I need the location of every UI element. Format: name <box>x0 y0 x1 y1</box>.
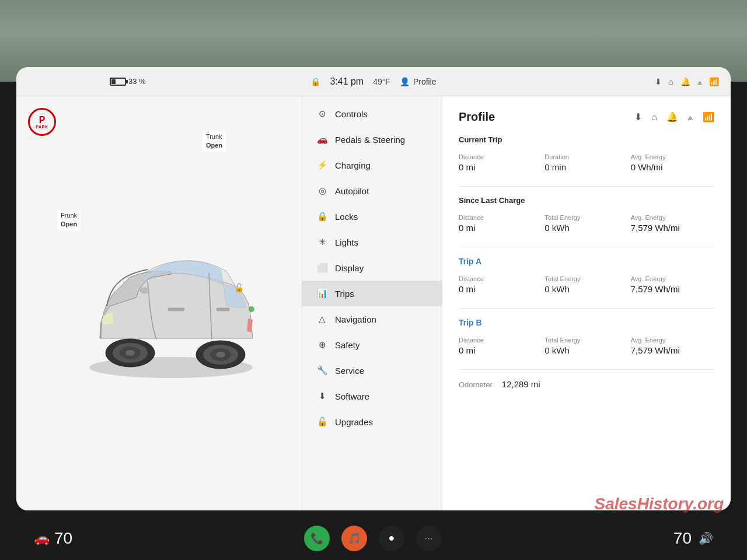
taskbar-car-icon[interactable]: 🚗 <box>34 531 50 546</box>
controls-label: Controls <box>335 109 368 119</box>
trip-a-stats: Distance 0 mi Total Energy 0 kWh Avg. En… <box>459 273 714 296</box>
menu-item-service[interactable]: 🔧 Service <box>302 358 442 383</box>
menu-item-upgrades[interactable]: 🔓 Upgrades <box>302 409 442 435</box>
trip-b-total-energy-value: 0 kWh <box>544 345 628 355</box>
odometer-label: Odometer <box>459 380 493 389</box>
menu-item-navigation[interactable]: △ Navigation <box>302 306 442 332</box>
service-label: Service <box>335 366 364 376</box>
download-icon: ⬇ <box>655 77 662 86</box>
trip-a-avg-energy: Avg. Energy 7,579 Wh/mi <box>631 273 714 296</box>
menu-item-trips[interactable]: 📊 Trips <box>302 281 442 306</box>
phone-button[interactable]: 📞 <box>304 526 330 551</box>
signal-icon-panel[interactable]: 📶 <box>703 111 714 123</box>
menu-item-display[interactable]: ⬜ Display <box>302 255 442 281</box>
home-icon-panel[interactable]: ⌂ <box>651 112 657 123</box>
phone-icon: 📞 <box>310 532 323 545</box>
temp-left-value: 70 <box>54 529 72 547</box>
svg-rect-2 <box>217 308 229 311</box>
menu-item-lights[interactable]: ✳ Lights <box>302 229 442 255</box>
screen-content: 33 % 🔒 3:41 pm 49°F 👤 Profile ⬇ ⌂ 🔔 ⟁ 📶 <box>16 67 731 510</box>
locks-icon: 🔒 <box>316 211 328 222</box>
safety-label: Safety <box>335 340 360 350</box>
music-button[interactable]: 🎵 <box>341 526 367 551</box>
bluetooth-icon-panel[interactable]: ⟁ <box>687 112 693 123</box>
slc-avg-energy-value: 7,579 Wh/mi <box>631 223 714 233</box>
trip-b-distance: Distance 0 mi <box>459 334 542 358</box>
status-center: 🔒 3:41 pm 49°F 👤 Profile <box>310 76 436 87</box>
battery-info: 33 % <box>110 77 146 86</box>
current-distance-value: 0 mi <box>459 162 542 172</box>
current-duration-label: Duration <box>544 153 628 160</box>
profile-button[interactable]: 👤 Profile <box>400 77 437 86</box>
software-icon: ⬇ <box>316 391 328 401</box>
camera-icon: ● <box>389 532 395 544</box>
menu-item-locks[interactable]: 🔒 Locks <box>302 204 442 229</box>
menu-item-pedals[interactable]: 🚗 Pedals & Steering <box>302 127 442 152</box>
taskbar-left: 🚗 70 <box>34 529 72 548</box>
trip-a-avg-energy-label: Avg. Energy <box>631 275 714 282</box>
locks-label: Locks <box>335 212 358 222</box>
park-badge: P PARK <box>28 108 56 136</box>
trip-a-distance-value: 0 mi <box>459 284 542 294</box>
menu-item-safety[interactable]: ⊕ Safety <box>302 332 442 358</box>
slc-total-energy-label: Total Energy <box>544 214 628 221</box>
menu-item-charging[interactable]: ⚡ Charging <box>302 152 442 178</box>
taskbar-center: 📞 🎵 ● ··· <box>304 526 442 551</box>
panel-header: Profile ⬇ ⌂ 🔔 ⟁ 📶 <box>459 110 714 124</box>
temperature-display: 49°F <box>373 77 390 86</box>
autopilot-label: Autopilot <box>335 186 369 196</box>
panel-title: Profile <box>459 110 495 124</box>
odometer-row: Odometer 12,289 mi <box>459 369 714 389</box>
pedals-icon: 🚗 <box>316 134 328 145</box>
current-avg-energy-label: Avg. Energy <box>631 153 714 160</box>
battery-icon <box>110 78 126 86</box>
menu-item-autopilot[interactable]: ◎ Autopilot <box>302 178 442 204</box>
svg-point-11 <box>140 288 149 293</box>
trip-b-avg-energy: Avg. Energy 7,579 Wh/mi <box>631 334 714 358</box>
trip-a-title: Trip A <box>459 257 714 266</box>
divider-2 <box>459 247 714 247</box>
upgrades-icon: 🔓 <box>316 416 328 427</box>
menu-item-controls[interactable]: ⊙ Controls <box>302 101 442 127</box>
download-icon-panel[interactable]: ⬇ <box>634 111 642 123</box>
trip-b-total-energy-label: Total Energy <box>544 337 628 344</box>
slc-avg-energy: Avg. Energy 7,579 Wh/mi <box>631 212 714 235</box>
trip-b-avg-energy-label: Avg. Energy <box>631 337 714 344</box>
controls-icon: ⊙ <box>316 108 328 119</box>
current-duration-value: 0 min <box>544 162 628 172</box>
car-illustration: ⚡ 🔓 <box>54 222 264 385</box>
current-trip-stats: Distance 0 mi Duration 0 min Avg. Energy… <box>459 151 714 174</box>
trip-a-total-energy: Total Energy 0 kWh <box>544 273 628 296</box>
trip-a-total-energy-label: Total Energy <box>544 275 628 282</box>
taskbar-right: 70 🔊 <box>673 529 713 548</box>
divider-3 <box>459 308 714 309</box>
divider-1 <box>459 186 714 187</box>
bell-icon-panel[interactable]: 🔔 <box>666 111 678 123</box>
trip-b-total-energy: Total Energy 0 kWh <box>544 334 628 358</box>
current-avg-energy-value: 0 Wh/mi <box>631 162 714 172</box>
current-distance-label: Distance <box>459 153 542 160</box>
trunk-label: Trunk Open <box>203 131 226 152</box>
current-duration: Duration 0 min <box>544 151 628 174</box>
profile-label: Profile <box>413 77 437 86</box>
trunk-status: Open <box>206 141 222 150</box>
more-button[interactable]: ··· <box>416 526 442 551</box>
menu-item-software[interactable]: ⬇ Software <box>302 383 442 409</box>
battery-percent: 33 % <box>128 77 146 86</box>
volume-icon[interactable]: 🔊 <box>699 531 713 545</box>
lock-icon: 🔒 <box>310 77 320 86</box>
charging-label: Charging <box>335 160 371 170</box>
taskbar-temp-right: 70 <box>673 529 692 548</box>
trip-a-distance: Distance 0 mi <box>459 273 542 296</box>
camera-button[interactable]: ● <box>379 526 404 551</box>
svg-text:🔓: 🔓 <box>234 283 245 293</box>
status-bar-left: 33 % <box>110 77 146 86</box>
slc-total-energy: Total Energy 0 kWh <box>544 212 628 235</box>
trips-content-panel: Profile ⬇ ⌂ 🔔 ⟁ 📶 Current Trip Distance … <box>442 96 731 510</box>
home-icon: ⌂ <box>669 77 673 86</box>
current-distance: Distance 0 mi <box>459 151 542 174</box>
svg-point-12 <box>249 306 254 312</box>
display-icon: ⬜ <box>316 262 328 273</box>
slc-distance: Distance 0 mi <box>459 212 542 235</box>
watermark: SalesHistory.org <box>595 495 724 513</box>
